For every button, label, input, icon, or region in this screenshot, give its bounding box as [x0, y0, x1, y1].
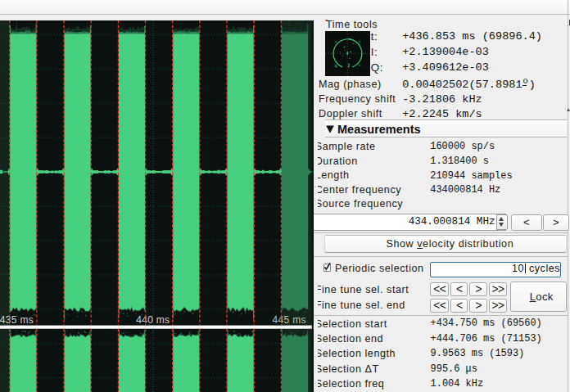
- svg-text:435 ms: 435 ms: [0, 314, 34, 326]
- svg-text:440 ms: 440 ms: [136, 314, 170, 326]
- svg-text:445 ms: 445 ms: [273, 314, 306, 326]
